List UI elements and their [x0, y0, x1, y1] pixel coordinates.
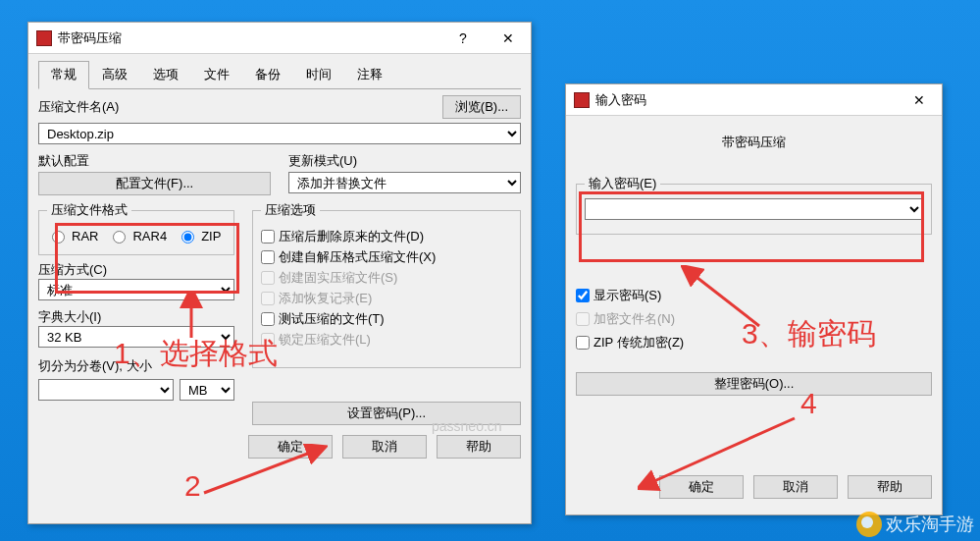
split-size-select[interactable]	[38, 379, 174, 401]
archive-name-label: 压缩文件名(A)	[38, 98, 119, 116]
brand-watermark: 欢乐淘手游	[856, 512, 974, 537]
zip-legacy[interactable]: ZIP 传统加密(Z)	[576, 334, 932, 352]
tab-options[interactable]: 选项	[140, 61, 191, 89]
browse-button[interactable]: 浏览(B)...	[442, 95, 521, 119]
set-password-button[interactable]: 设置密码(P)...	[252, 402, 521, 425]
compress-dialog: 带密码压缩 ? ✕ 常规 高级 选项 文件 备份 时间 注释 压缩文件名(A) …	[27, 22, 532, 524]
format-group: 压缩文件格式 RAR RAR4 ZIP	[38, 201, 234, 255]
tab-general[interactable]: 常规	[38, 61, 89, 89]
ok-button[interactable]: 确定	[659, 475, 744, 499]
window-title: 输入密码	[595, 91, 897, 109]
split-label: 切分为分卷(V), 大小	[38, 358, 152, 373]
tab-advanced[interactable]: 高级	[89, 61, 140, 89]
password-label: 输入密码(E)	[585, 175, 660, 192]
opt-delete[interactable]: 压缩后删除原来的文件(D)	[261, 228, 512, 245]
archive-name-field[interactable]: Desktop.zip	[38, 123, 521, 144]
opt-solid: 创建固实压缩文件(S)	[261, 269, 512, 287]
app-icon	[36, 30, 52, 46]
options-label: 压缩选项	[261, 201, 320, 219]
dict-select[interactable]: 32 KB	[38, 326, 234, 348]
tabs: 常规 高级 选项 文件 备份 时间 注释	[38, 60, 521, 89]
split-unit-select[interactable]: MB	[180, 379, 234, 401]
close-button[interactable]: ✕	[897, 84, 942, 116]
cancel-button[interactable]: 取消	[753, 475, 838, 499]
opt-sfx[interactable]: 创建自解压格式压缩文件(X)	[261, 248, 512, 266]
ok-button[interactable]: 确定	[248, 435, 333, 459]
method-select[interactable]: 标准	[38, 279, 234, 300]
cancel-button[interactable]: 取消	[342, 435, 427, 459]
encrypt-filenames: 加密文件名(N)	[576, 310, 932, 328]
update-mode-select[interactable]: 添加并替换文件	[288, 172, 521, 193]
format-rar4[interactable]: RAR4	[108, 228, 167, 243]
help-button[interactable]: 帮助	[848, 475, 932, 499]
opt-lock: 锁定压缩文件(L)	[261, 331, 512, 349]
tab-backup[interactable]: 备份	[242, 61, 293, 89]
password-dialog: 输入密码 ✕ 带密码压缩 输入密码(E) 显示密码(S) 加密文件名(N) ZI…	[565, 83, 943, 515]
tab-files[interactable]: 文件	[191, 61, 242, 89]
password-group: 输入密码(E)	[576, 175, 932, 235]
tab-time[interactable]: 时间	[293, 61, 344, 89]
close-button[interactable]: ✕	[486, 23, 531, 54]
brand-name: 欢乐淘手游	[886, 513, 974, 536]
options-group: 压缩选项 压缩后删除原来的文件(D) 创建自解压格式压缩文件(X) 创建固实压缩…	[252, 201, 521, 368]
help-button[interactable]: ?	[440, 23, 486, 54]
dialog-heading: 带密码压缩	[576, 122, 932, 169]
help-button[interactable]: 帮助	[437, 435, 521, 459]
opt-recovery: 添加恢复记录(E)	[261, 290, 512, 307]
tab-comment[interactable]: 注释	[344, 61, 395, 89]
password-field[interactable]	[585, 198, 923, 220]
show-password[interactable]: 显示密码(S)	[576, 287, 932, 304]
brand-logo-icon	[856, 512, 882, 537]
profiles-button[interactable]: 配置文件(F)...	[38, 172, 271, 195]
profile-label: 默认配置	[38, 153, 89, 168]
dict-label: 字典大小(I)	[38, 309, 101, 324]
format-zip[interactable]: ZIP	[177, 228, 221, 243]
update-mode-label: 更新模式(U)	[288, 153, 357, 168]
format-label: 压缩文件格式	[47, 201, 131, 219]
titlebar: 输入密码 ✕	[566, 84, 942, 116]
opt-test[interactable]: 测试压缩的文件(T)	[261, 310, 512, 328]
titlebar: 带密码压缩 ? ✕	[28, 23, 531, 54]
app-icon	[574, 92, 590, 108]
window-title: 带密码压缩	[58, 29, 440, 47]
format-rar[interactable]: RAR	[47, 228, 98, 243]
method-label: 压缩方式(C)	[38, 262, 107, 277]
organize-passwords-button[interactable]: 整理密码(O)...	[576, 372, 932, 396]
